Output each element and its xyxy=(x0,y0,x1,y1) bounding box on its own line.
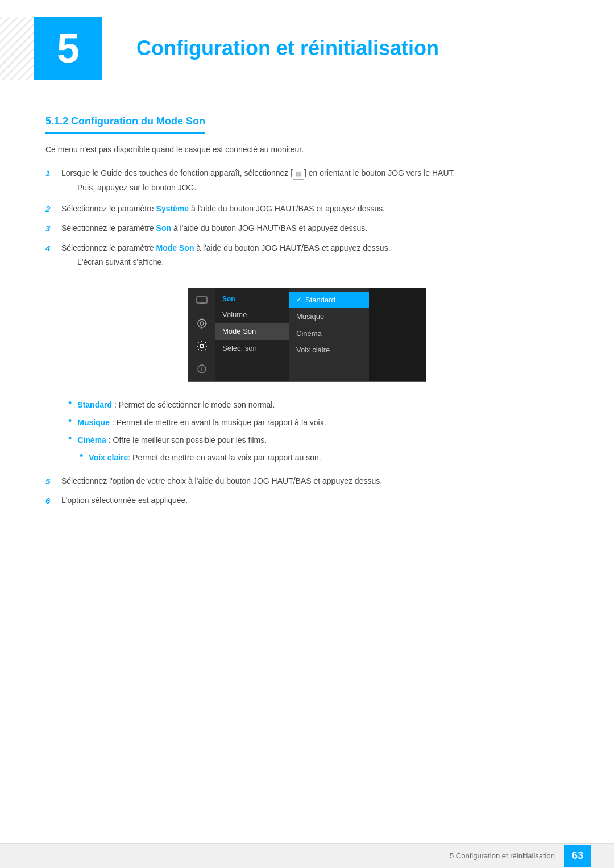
section-title: 5.1.2 Configuration du Mode Son xyxy=(45,114,205,134)
svg-point-3 xyxy=(200,322,204,325)
icon-info: i xyxy=(193,361,211,377)
steps-list: 1 Lorsque le Guide des touches de foncti… xyxy=(45,167,569,271)
submenu-item-cinema[interactable]: Cinéma xyxy=(289,325,369,342)
step-1-number: 1 xyxy=(45,167,61,180)
submenu-item-standard[interactable]: ✓ Standard xyxy=(289,292,369,309)
step-1-text: Lorsque le Guide des touches de fonction… xyxy=(61,167,569,196)
svg-rect-1 xyxy=(200,303,204,304)
icon-adjust xyxy=(193,315,211,331)
step-4-text: Sélectionnez le paramètre Mode Son à l'a… xyxy=(61,242,569,271)
bullet-dot-2: • xyxy=(68,416,72,426)
chapter-number: 5 xyxy=(57,18,80,79)
bullet-text-voix-claire: Voix claire: Permet de mettre en avant l… xyxy=(89,452,321,464)
menu-icons-column: i xyxy=(188,288,215,381)
step-5-text: Sélectionnez l'option de votre choix à l… xyxy=(61,475,569,487)
menu-submenu-column: ✓ Standard Musique Cinéma Voix claire xyxy=(289,288,369,381)
submenu-item-musique[interactable]: Musique xyxy=(289,308,369,325)
bullet-item-voix-claire: • Voix claire: Permet de mettre en avant… xyxy=(80,452,569,464)
submenu-label-voix-claire: Voix claire xyxy=(296,344,330,356)
svg-point-8 xyxy=(200,344,204,348)
main-content: 5.1.2 Configuration du Mode Son Ce menu … xyxy=(0,114,614,560)
page-header: 5 Configuration et réinitialisation xyxy=(0,0,614,91)
bullet-text-musique: Musique : Permet de mettre en avant la m… xyxy=(77,417,326,429)
step-2-text: Sélectionnez le paramètre Système à l'ai… xyxy=(61,203,569,215)
menu-box: i Son Volume Mode Son Sélec. son ✓ Stand… xyxy=(188,288,426,382)
submenu-label-standard: Standard xyxy=(305,294,335,306)
menu-screenshot: i Son Volume Mode Son Sélec. son ✓ Stand… xyxy=(45,288,569,382)
submenu-item-voix-claire[interactable]: Voix claire xyxy=(289,342,369,359)
menu-item-volume[interactable]: Volume xyxy=(215,306,289,323)
step-2-bold: Système xyxy=(156,204,189,213)
step-5: 5 Sélectionnez l'option de votre choix à… xyxy=(45,475,569,488)
step-4-sub: L'écran suivant s'affiche. xyxy=(77,256,569,268)
svg-rect-0 xyxy=(197,297,207,303)
step-4: 4 Sélectionnez le paramètre Mode Son à l… xyxy=(45,242,569,271)
bullet-dot-4: • xyxy=(80,451,83,461)
step-3-text: Sélectionnez le paramètre Son à l'aide d… xyxy=(61,222,569,234)
bullet-item-standard: • Standard : Permet de sélectionner le m… xyxy=(68,399,569,411)
bullet-dot-3: • xyxy=(68,433,72,443)
submenu-label-musique: Musique xyxy=(296,311,324,322)
step-6: 6 L'option sélectionnée est appliquée. xyxy=(45,495,569,508)
svg-text:i: i xyxy=(201,367,203,372)
footer-page-number: 63 xyxy=(564,845,591,867)
bullet-item-cinema: • Cinéma : Offre le meilleur son possibl… xyxy=(68,434,569,446)
menu-item-mode-son[interactable]: Mode Son xyxy=(215,323,289,340)
chapter-number-block: 5 xyxy=(34,17,102,80)
step-3-number: 3 xyxy=(45,222,61,235)
footer-chapter-text: 5 Configuration et réinitialisation xyxy=(450,850,555,862)
keyboard-icon: ▩ xyxy=(293,168,304,180)
step-1-sub: Puis, appuyez sur le bouton JOG. xyxy=(77,182,569,194)
step-4-bold: Mode Son xyxy=(156,243,194,252)
menu-item-selec-son[interactable]: Sélec. son xyxy=(215,340,289,357)
step-5-number: 5 xyxy=(45,475,61,488)
bullet-item-musique: • Musique : Permet de mettre en avant la… xyxy=(68,417,569,429)
menu-main-column: Son Volume Mode Son Sélec. son xyxy=(215,288,289,381)
bullet-list: • Standard : Permet de sélectionner le m… xyxy=(68,399,569,464)
checkmark-icon: ✓ xyxy=(296,294,302,305)
menu-section-header: Son xyxy=(215,292,289,306)
step-3-bold: Son xyxy=(156,223,171,232)
header-decoration xyxy=(0,17,34,80)
step-2-number: 2 xyxy=(45,203,61,216)
chapter-title: Configuration et réinitialisation xyxy=(136,33,439,64)
intro-text: Ce menu n'est pas disponible quand le ca… xyxy=(45,144,569,156)
svg-point-2 xyxy=(198,319,206,327)
bullet-text-standard: Standard : Permet de sélectionner le mod… xyxy=(77,399,275,411)
page-footer: 5 Configuration et réinitialisation 63 xyxy=(0,843,614,868)
step-6-number: 6 xyxy=(45,495,61,508)
bullet-text-cinema: Cinéma : Offre le meilleur son possible … xyxy=(77,434,267,446)
step-1: 1 Lorsque le Guide des touches de foncti… xyxy=(45,167,569,196)
step-2: 2 Sélectionnez le paramètre Système à l'… xyxy=(45,203,569,216)
step-3: 3 Sélectionnez le paramètre Son à l'aide… xyxy=(45,222,569,235)
step-6-text: L'option sélectionnée est appliquée. xyxy=(61,495,569,506)
icon-display xyxy=(193,293,211,309)
step-4-number: 4 xyxy=(45,242,61,255)
submenu-label-cinema: Cinéma xyxy=(296,328,322,339)
bullet-dot-1: • xyxy=(68,398,72,408)
icon-settings xyxy=(193,338,211,354)
